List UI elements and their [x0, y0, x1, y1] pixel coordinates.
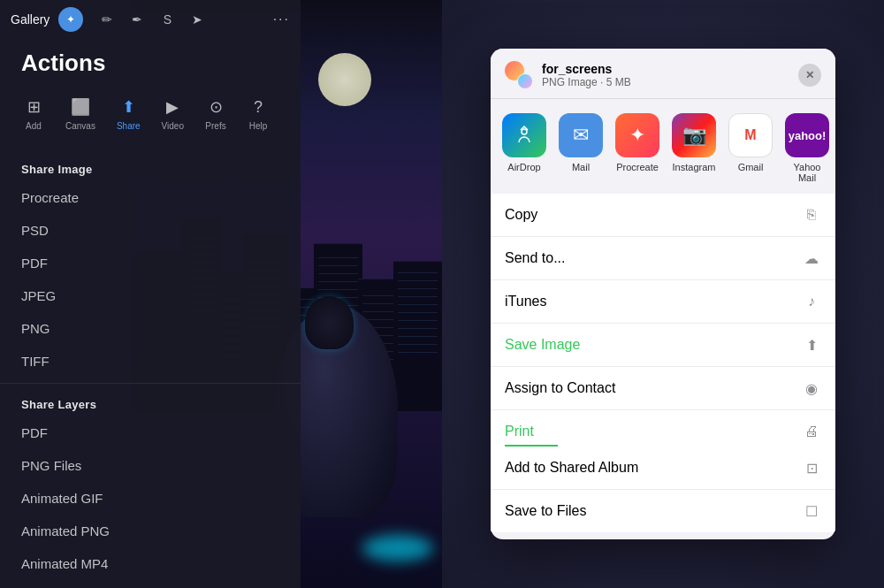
- menu-item-animated-gif[interactable]: Animated GIF: [0, 482, 301, 515]
- menu-item-psd[interactable]: PSD: [0, 214, 301, 247]
- instagram-icon: 📷: [672, 113, 716, 157]
- share-sheet: for_screens PNG Image · 5 MB ✕ AirDrop ✉: [491, 49, 835, 539]
- menu-item-animated-mp4[interactable]: Animated MP4: [0, 547, 301, 580]
- icon-buttons-row: ⊞ Add ⬜ Canvas ⬆ Share ▶ Video ⊙ Prefs ?…: [0, 91, 301, 154]
- save-image-icon: ⬆: [802, 335, 821, 355]
- share-image-section-header: Share Image: [0, 154, 301, 181]
- sidebar: Gallery ✦ ✏ ✒ S ➤ ··· Actions ⊞ Add ⬜ Ca…: [0, 0, 301, 588]
- sheet-header: for_screens PNG Image · 5 MB ✕: [491, 49, 835, 99]
- menu-item-pdf-layers[interactable]: PDF: [0, 416, 301, 449]
- menu-item-procreate[interactable]: Procreate: [0, 181, 301, 214]
- add-icon: ⊞: [23, 96, 44, 118]
- action-assign-contact[interactable]: Assign to Contact ◉: [491, 367, 835, 410]
- procreate-share-icon: ✦: [615, 113, 659, 157]
- app-instagram[interactable]: 📷 Instagram: [671, 113, 717, 183]
- mail-icon: ✉: [559, 113, 603, 157]
- airdrop-icon: [502, 113, 546, 157]
- app-gmail[interactable]: M Gmail: [728, 113, 774, 183]
- right-panel: for_screens PNG Image · 5 MB ✕ AirDrop ✉: [442, 0, 884, 588]
- sheet-close-button[interactable]: ✕: [798, 64, 821, 87]
- share-button[interactable]: ⬆ Share: [108, 91, 149, 136]
- app-airdrop[interactable]: AirDrop: [501, 113, 547, 183]
- assign-contact-icon: ◉: [802, 378, 821, 398]
- glow-decoration: [362, 535, 433, 561]
- send-to-icon: ☁: [802, 248, 821, 268]
- action-add-shared-album[interactable]: Add to Shared Album ⊡: [491, 447, 835, 490]
- left-panel: Gallery ✦ ✏ ✒ S ➤ ··· Actions ⊞ Add ⬜ Ca…: [0, 0, 442, 588]
- prefs-label: Prefs: [205, 121, 225, 131]
- share-layers-section-header: Share Layers: [0, 389, 301, 416]
- actions-title: Actions: [0, 39, 301, 91]
- sheet-filename: for_screens: [542, 62, 789, 76]
- menu-item-png[interactable]: PNG: [0, 312, 301, 345]
- copy-icon: ⎘: [802, 205, 821, 225]
- menu-item-jpeg[interactable]: JPEG: [0, 279, 301, 312]
- add-shared-album-icon: ⊡: [802, 458, 821, 477]
- app-procreate[interactable]: ✦ Procreate: [614, 113, 660, 183]
- app-yahoo[interactable]: yahoo! Yahoo Mail: [784, 113, 830, 183]
- video-label: Video: [162, 121, 184, 131]
- action-list: Copy ⎘ Send to... ☁ iTunes ♪ Save Image …: [491, 194, 835, 532]
- send-to-label: Send to...: [505, 250, 566, 266]
- yahoo-icon: yahoo!: [785, 113, 829, 157]
- instagram-label: Instagram: [673, 162, 716, 172]
- action-copy[interactable]: Copy ⎘: [491, 194, 835, 237]
- action-save-image[interactable]: Save Image ⬆: [491, 324, 835, 367]
- action-save-files[interactable]: Save to Files ☐: [491, 490, 835, 532]
- video-button[interactable]: ▶ Video: [153, 91, 193, 136]
- tool-icon-4[interactable]: ➤: [186, 8, 209, 31]
- avatar-sub: [517, 73, 533, 89]
- sheet-file-info: for_screens PNG Image · 5 MB: [542, 62, 789, 88]
- prefs-button[interactable]: ⊙ Prefs: [196, 91, 235, 136]
- save-image-label: Save Image: [505, 337, 580, 353]
- procreate-icon: ✦: [58, 7, 83, 32]
- add-label: Add: [26, 121, 42, 131]
- add-button[interactable]: ⊞ Add: [14, 91, 53, 136]
- action-send-to[interactable]: Send to... ☁: [491, 237, 835, 280]
- video-icon: ▶: [162, 96, 183, 118]
- app-icons-row: AirDrop ✉ Mail ✦ Procreate 📷 Instagram M…: [491, 99, 835, 194]
- copy-label: Copy: [505, 207, 537, 223]
- prefs-icon: ⊙: [205, 96, 226, 118]
- tool-icon-2[interactable]: ✒: [126, 8, 149, 31]
- help-label: Help: [249, 121, 268, 131]
- menu-item-pdf-image[interactable]: PDF: [0, 247, 301, 279]
- yahoo-label: Yahoo Mail: [784, 162, 830, 183]
- gmail-label: Gmail: [738, 162, 764, 172]
- print-label: Print: [505, 424, 534, 439]
- canvas-label: Canvas: [65, 121, 95, 131]
- canvas-button[interactable]: ⬜ Canvas: [57, 91, 104, 136]
- more-dots-button[interactable]: ···: [273, 11, 290, 27]
- top-tools: ✏ ✒ S ➤: [95, 8, 209, 31]
- app-mail[interactable]: ✉ Mail: [558, 113, 604, 183]
- airdrop-label: AirDrop: [507, 162, 540, 172]
- svg-point-0: [522, 129, 527, 134]
- gallery-button[interactable]: Gallery: [11, 12, 50, 27]
- tool-icon-1[interactable]: ✏: [95, 8, 118, 31]
- share-label: Share: [117, 121, 141, 131]
- assign-contact-label: Assign to Contact: [505, 380, 615, 396]
- menu-item-animated-png[interactable]: Animated PNG: [0, 515, 301, 547]
- save-files-label: Save to Files: [505, 503, 586, 519]
- itunes-label: iTunes: [505, 294, 546, 309]
- print-icon: 🖨: [802, 422, 821, 441]
- action-print[interactable]: Print 🖨: [491, 410, 835, 445]
- share-icon: ⬆: [118, 96, 139, 118]
- itunes-icon: ♪: [802, 292, 821, 311]
- menu-item-tiff[interactable]: TIFF: [0, 345, 301, 378]
- sheet-filetype: PNG Image · 5 MB: [542, 76, 789, 88]
- help-button[interactable]: ? Help: [239, 91, 278, 136]
- top-bar: Gallery ✦ ✏ ✒ S ➤ ···: [0, 0, 301, 39]
- add-shared-album-label: Add to Shared Album: [505, 460, 638, 476]
- gmail-icon: M: [728, 113, 773, 157]
- procreate-share-label: Procreate: [616, 162, 659, 172]
- menu-item-animated-hevc[interactable]: Animated HEVC: [0, 580, 301, 588]
- save-files-icon: ☐: [802, 501, 821, 521]
- canvas-icon: ⬜: [70, 96, 91, 118]
- mail-label: Mail: [572, 162, 590, 172]
- menu-item-png-files[interactable]: PNG Files: [0, 449, 301, 482]
- sheet-avatar: [505, 61, 533, 89]
- action-itunes[interactable]: iTunes ♪: [491, 280, 835, 324]
- tool-icon-3[interactable]: S: [156, 8, 179, 31]
- section-divider: [0, 383, 301, 384]
